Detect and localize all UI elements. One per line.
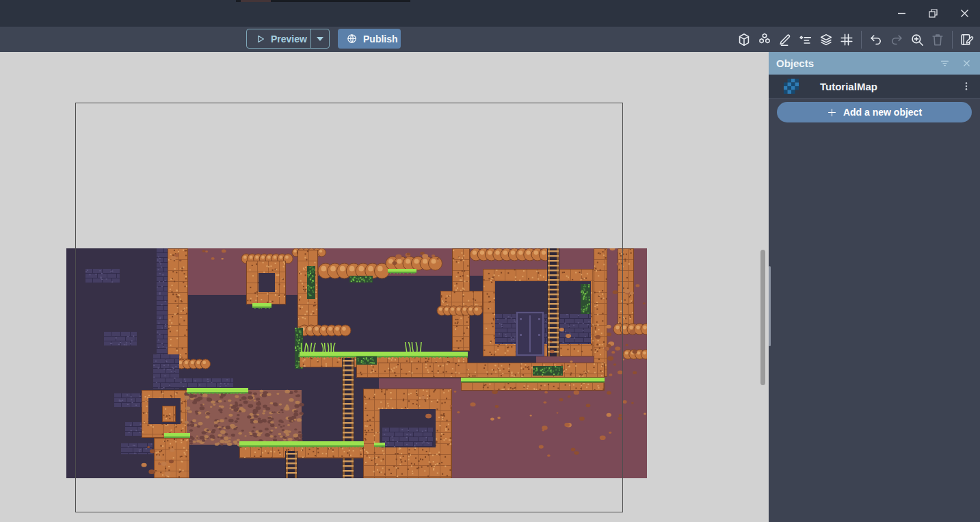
toolbar-separator bbox=[952, 31, 953, 49]
objects-panel: Objects TutorialMap Add a new object bbox=[769, 52, 980, 522]
edit-pencil-icon[interactable] bbox=[777, 31, 793, 48]
object-name-label: TutorialMap bbox=[820, 81, 959, 92]
layers-icon[interactable] bbox=[818, 31, 834, 48]
canvas-vertical-scrollbar[interactable] bbox=[760, 250, 765, 385]
chevron-down-icon bbox=[317, 37, 323, 41]
tilemap-instance[interactable] bbox=[66, 248, 647, 478]
plus-icon bbox=[827, 107, 837, 118]
add-object-label: Add a new object bbox=[843, 107, 922, 118]
panel-vertical-scrollbar[interactable] bbox=[769, 266, 771, 346]
preview-button[interactable]: Preview bbox=[246, 29, 330, 49]
restore-icon[interactable] bbox=[917, 0, 949, 27]
3d-box-icon[interactable] bbox=[736, 31, 752, 48]
play-icon bbox=[256, 34, 265, 44]
titlebar bbox=[0, 0, 980, 27]
publish-button[interactable]: Publish bbox=[338, 29, 401, 49]
preview-dropdown-button[interactable] bbox=[310, 29, 329, 48]
object-menu-icon[interactable] bbox=[959, 79, 973, 93]
objects-panel-header: Objects bbox=[769, 52, 980, 75]
globe-icon bbox=[346, 33, 358, 44]
toolbar-right-icons bbox=[736, 27, 975, 52]
object-groups-icon[interactable] bbox=[756, 31, 773, 48]
publish-label: Publish bbox=[363, 34, 398, 44]
zoom-in-icon[interactable] bbox=[909, 31, 925, 48]
preview-label: Preview bbox=[271, 34, 307, 44]
window-top-strip bbox=[236, 0, 410, 2]
add-object-button[interactable]: Add a new object bbox=[777, 102, 972, 122]
edit-scene-properties-icon[interactable] bbox=[959, 31, 975, 48]
minimize-icon[interactable] bbox=[886, 0, 917, 27]
objects-panel-title: Objects bbox=[776, 57, 929, 69]
close-icon[interactable] bbox=[949, 0, 980, 27]
redo-icon[interactable] bbox=[888, 31, 905, 48]
close-panel-icon[interactable] bbox=[960, 57, 972, 70]
instances-list-icon[interactable] bbox=[797, 31, 814, 48]
grid-icon[interactable] bbox=[838, 31, 855, 48]
object-list-item[interactable]: TutorialMap bbox=[769, 75, 980, 98]
list-separator bbox=[769, 98, 980, 99]
filter-icon[interactable] bbox=[938, 57, 951, 70]
undo-icon[interactable] bbox=[868, 31, 884, 48]
toolbar-separator bbox=[861, 31, 862, 49]
tilemap-object-icon bbox=[784, 79, 799, 94]
delete-icon[interactable] bbox=[929, 31, 946, 48]
